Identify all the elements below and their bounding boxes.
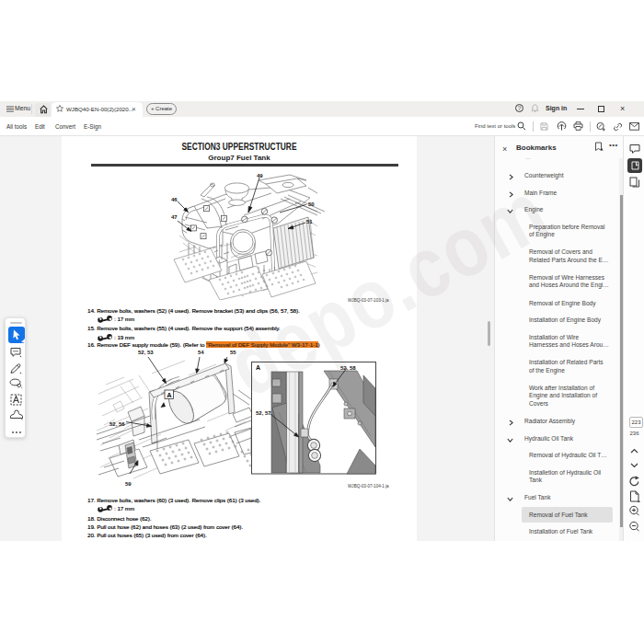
svg-text:A: A [256,364,260,371]
svg-text:A: A [167,391,172,399]
